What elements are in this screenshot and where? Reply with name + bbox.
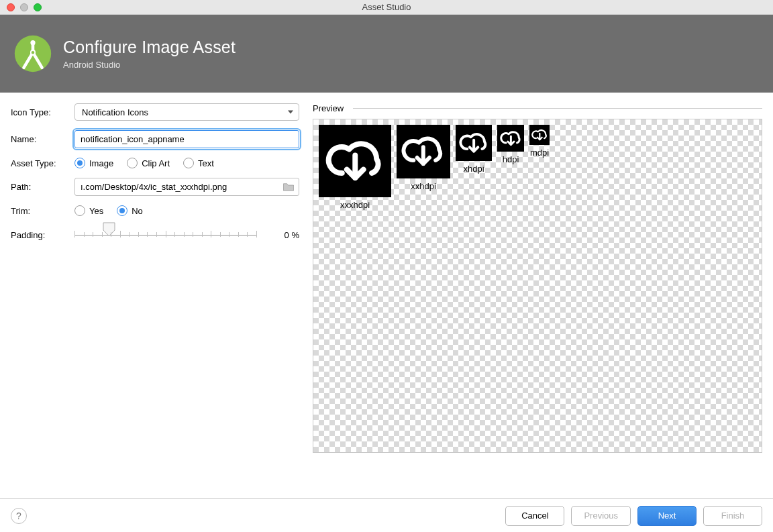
asset-type-text-label: Text	[198, 158, 214, 168]
preview-xxhdpi: xxhdpi	[397, 125, 450, 191]
preview-xhdpi: xhdpi	[456, 125, 492, 174]
density-label: mdpi	[530, 148, 549, 158]
icon-type-label: Icon Type:	[11, 107, 74, 117]
cancel-button[interactable]: Cancel	[505, 506, 564, 526]
previous-button[interactable]: Previous	[571, 506, 631, 526]
density-label: xxxhdpi	[340, 200, 370, 210]
path-input[interactable]: ı.com/Desktop/4x/ic_stat_xxxhdpi.png	[81, 182, 278, 192]
preview-xxxhdpi: xxxhdpi	[319, 125, 391, 210]
wizard-subtitle: Android Studio	[63, 60, 236, 70]
asset-type-image-radio[interactable]: Image	[74, 158, 113, 168]
padding-label: Padding:	[11, 230, 74, 240]
name-input[interactable]	[74, 130, 299, 148]
window-title: Asset Studio	[0, 2, 773, 12]
preview-mdpi: mdpi	[529, 125, 550, 158]
asset-type-label: Asset Type:	[11, 158, 74, 168]
android-studio-icon	[13, 34, 52, 73]
density-label: xxhdpi	[411, 181, 436, 191]
slider-thumb[interactable]	[103, 222, 115, 237]
preview-divider	[353, 108, 762, 109]
finish-button[interactable]: Finish	[703, 506, 762, 526]
preview-hdpi: hdpi	[497, 125, 524, 164]
wizard-footer: ? Cancel Previous Next Finish	[0, 498, 773, 532]
browse-folder-icon[interactable]	[282, 182, 295, 192]
asset-type-clipart-label: Clip Art	[142, 158, 170, 168]
asset-type-clipart-radio[interactable]: Clip Art	[127, 158, 170, 168]
path-input-wrapper: ı.com/Desktop/4x/ic_stat_xxxhdpi.png	[74, 178, 299, 196]
titlebar: Asset Studio	[0, 0, 773, 15]
trim-no-radio[interactable]: No	[117, 205, 143, 216]
cloud-download-icon	[529, 125, 550, 145]
trim-yes-radio[interactable]: Yes	[74, 205, 103, 216]
trim-radio-group: Yes No	[74, 205, 299, 216]
cloud-download-icon	[397, 125, 450, 178]
configure-form: Icon Type: Notification Icons Name: Asse…	[11, 103, 299, 498]
preview-title: Preview	[313, 103, 344, 113]
next-button[interactable]: Next	[637, 506, 697, 526]
trim-label: Trim:	[11, 206, 74, 216]
cloud-download-icon	[456, 125, 492, 161]
name-label: Name:	[11, 134, 74, 144]
trim-no-label: No	[132, 206, 143, 216]
icon-type-select[interactable]: Notification Icons	[74, 103, 299, 121]
padding-value: 0 %	[272, 230, 299, 240]
wizard-header: Configure Image Asset Android Studio	[0, 15, 773, 93]
padding-slider[interactable]	[74, 225, 256, 244]
icon-type-value: Notification Icons	[82, 107, 148, 117]
svg-point-2	[31, 50, 35, 54]
path-label: Path:	[11, 182, 74, 192]
wizard-title: Configure Image Asset	[63, 38, 236, 57]
density-label: hdpi	[503, 154, 519, 164]
cloud-download-icon	[497, 125, 524, 152]
help-button[interactable]: ?	[11, 508, 27, 524]
chevron-down-icon	[288, 111, 293, 114]
preview-canvas: xxxhdpi xxhdpi xhdpi hdpi	[313, 119, 762, 453]
cloud-download-icon	[319, 125, 391, 197]
density-label: xhdpi	[463, 164, 484, 174]
trim-yes-label: Yes	[89, 206, 103, 216]
asset-type-image-label: Image	[89, 158, 113, 168]
asset-type-radio-group: Image Clip Art Text	[74, 158, 299, 168]
asset-type-text-radio[interactable]: Text	[183, 158, 214, 168]
